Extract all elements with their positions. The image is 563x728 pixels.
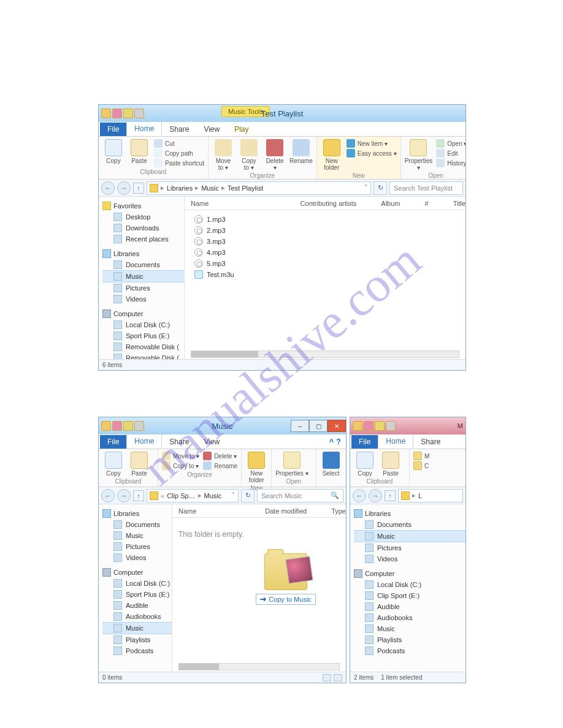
scrollbar-thumb[interactable] [179,664,219,670]
titlebar[interactable]: M [350,417,465,434]
scrollbar-thumb[interactable] [191,351,258,357]
tab-file[interactable]: File [100,123,126,136]
file-pane[interactable]: Name Date modified Type This folder is e… [172,504,346,672]
sidebar-item-audible[interactable]: Audible [354,601,465,612]
horizontal-scrollbar[interactable] [178,663,340,670]
minimize-button[interactable]: – [291,420,309,432]
history-button[interactable]: History [436,159,466,167]
sidebar-item-music[interactable]: Music [102,270,184,282]
quick-access-toolbar[interactable] [99,107,147,119]
sidebar-item-music-device[interactable]: Music [102,622,172,634]
copy-path-button[interactable]: Copy path [154,149,204,157]
sidebar-item-pictures[interactable]: Pictures [102,282,184,294]
sidebar-item-documents[interactable]: Documents [102,519,172,530]
up-button[interactable]: ↑ [385,490,396,501]
address-bar[interactable]: ▸ Libraries▸ Music▸ Test Playlist ˅ [147,181,371,195]
list-item[interactable]: 5.mp3 [194,258,465,269]
sidebar-libraries-head[interactable]: Libraries [102,509,172,518]
address-bar[interactable]: « Clip Sp…▸ Music ˅ [147,489,239,502]
sidebar-item-documents[interactable]: Documents [354,519,465,530]
sidebar-item-audiobooks[interactable]: Audiobooks [102,611,172,622]
qat-icon[interactable] [112,108,122,118]
qat-icon[interactable] [123,108,133,118]
cut-button[interactable]: Cut [154,139,204,148]
col-type[interactable]: Type [331,507,346,515]
horizontal-scrollbar[interactable] [191,351,459,358]
copy-button[interactable]: Copy [354,452,376,477]
column-headers[interactable]: Name Date modified Type [172,504,346,518]
new-folder-button[interactable]: New folder [245,452,267,483]
sidebar-libraries-head[interactable]: Libraries [102,249,184,258]
ribbon-item[interactable]: C [413,461,429,470]
up-button[interactable]: ↑ [133,490,144,501]
paste-button[interactable]: Paste [128,139,150,164]
sidebar-favorites-head[interactable]: Favorites [102,202,184,210]
list-item[interactable]: 1.mp3 [194,214,465,225]
sidebar-item-documents[interactable]: Documents [102,259,184,270]
sidebar-computer-head[interactable]: Computer [102,309,184,318]
col-title[interactable]: Title [453,200,465,207]
properties-button[interactable]: Properties ▾ [405,139,433,171]
sidebar-item-removable[interactable]: Removable Disk ( [102,341,184,352]
ribbon-item[interactable]: M [413,452,429,460]
tab-file[interactable]: File [100,435,126,449]
sidebar-item-audible[interactable]: Audible [102,600,172,611]
sidebar-item-localdisk[interactable]: Local Disk (C:) [102,578,172,589]
select-button[interactable]: Select [320,452,342,477]
file-pane[interactable]: Name Contributing artists Album # Title … [185,197,465,359]
easy-access-button[interactable]: Easy access ▾ [347,149,397,157]
list-item[interactable]: 4.mp3 [194,247,465,258]
address-bar[interactable]: ▸ L [398,489,463,502]
up-button[interactable]: ↑ [133,183,144,194]
sidebar-item-audiobooks[interactable]: Audiobooks [354,612,465,623]
titlebar[interactable]: Music Tools Test Playlist [99,105,465,122]
col-name[interactable]: Name [191,200,276,207]
col-album[interactable]: Album [381,200,400,207]
forward-button[interactable]: → [117,181,131,195]
drag-drop-item[interactable]: Copy to Music [252,553,320,605]
sidebar-item-clipsport[interactable]: Clip Sport (E:) [354,590,465,601]
new-folder-button[interactable]: New folder [321,139,343,171]
sidebar-item-podcasts[interactable]: Podcasts [102,645,172,656]
tab-view[interactable]: View [196,123,227,136]
sidebar-item-pictures[interactable]: Pictures [102,541,172,552]
sidebar-item-podcasts[interactable]: Podcasts [354,645,465,656]
breadcrumb-item[interactable]: Test Playlist [228,184,263,192]
col-date[interactable]: Date modified [265,507,307,515]
breadcrumb-item[interactable]: Clip Sp… [167,492,195,499]
tab-file[interactable]: File [351,435,378,449]
qat-icon[interactable] [112,421,122,431]
qat-icon[interactable] [123,421,133,431]
sidebar-item-sportplus[interactable]: Sport Plus (E:) [102,330,184,341]
quick-access-toolbar[interactable] [99,420,147,432]
sidebar-item-playlists[interactable]: Playlists [102,634,172,645]
sidebar-item-pictures[interactable]: Pictures [354,542,465,553]
forward-button[interactable]: → [117,489,131,502]
delete-button[interactable]: Delete ▾ [203,452,237,460]
tab-share[interactable]: Share [162,123,196,136]
move-to-button[interactable]: Move to ▾ [162,452,199,460]
qat-icon[interactable] [375,421,385,431]
nav-sidebar[interactable]: Libraries Documents Music Pictures Video… [99,504,172,672]
view-large-icon[interactable] [334,674,342,681]
refresh-button[interactable]: ↻ [241,489,255,502]
list-item[interactable]: 3.mp3 [194,236,465,247]
paste-button[interactable]: Paste [128,452,150,477]
copy-to-button[interactable]: Copy to ▾ [238,139,260,171]
back-button[interactable]: ← [101,489,115,502]
list-item[interactable]: 2.mp3 [194,225,465,236]
breadcrumb-item[interactable]: Music [204,492,222,499]
search-input[interactable]: Search Music🔍 [257,489,343,502]
tab-home[interactable]: Home [378,434,413,449]
sidebar-item-videos[interactable]: Videos [102,294,184,305]
sidebar-item-playlists[interactable]: Playlists [354,634,465,645]
qat-dropdown-icon[interactable] [134,108,144,118]
tab-share[interactable]: Share [162,435,196,449]
sidebar-item-localdisk[interactable]: Local Disk (C:) [354,579,465,590]
qat-icon[interactable] [364,421,373,431]
new-item-button[interactable]: New item ▾ [347,139,397,148]
breadcrumb-item[interactable]: Music [201,184,219,192]
nav-sidebar[interactable]: Libraries Documents Music Pictures Video… [350,504,465,672]
col-num[interactable]: # [425,200,429,207]
tab-home[interactable]: Home [126,434,162,449]
